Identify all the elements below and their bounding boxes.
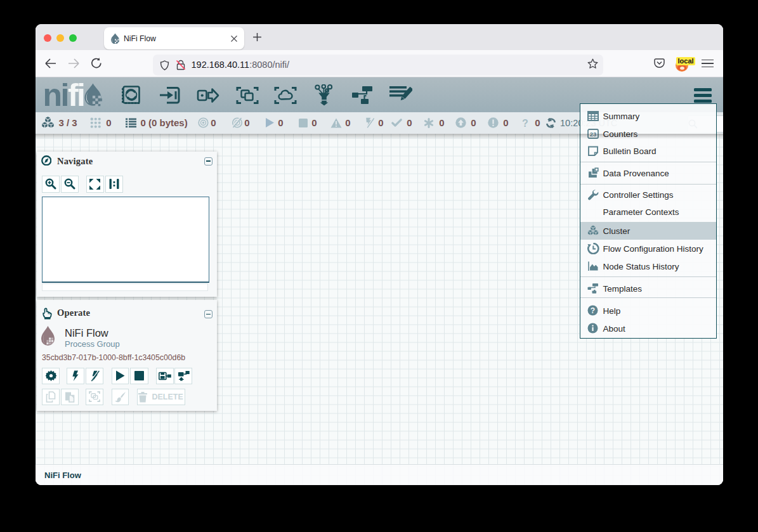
svg-text:?: ?: [590, 306, 594, 315]
